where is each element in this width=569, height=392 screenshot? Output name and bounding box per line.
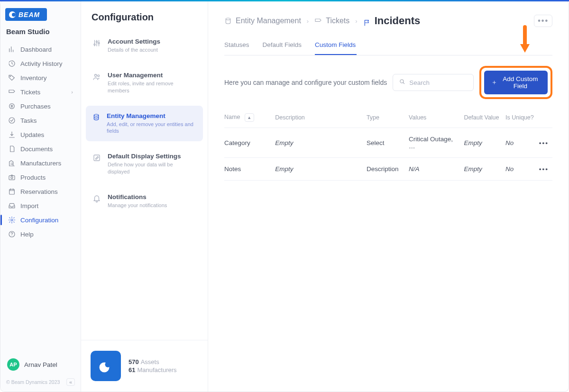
config-item-entity-management[interactable]: Entity Management Add, edit, or remove y… (86, 106, 203, 142)
sidebar-item-tasks[interactable]: Tasks (3, 113, 78, 128)
row-actions-button[interactable]: ••• (538, 158, 552, 181)
config-item-sub: Define how your data will be displayed (108, 161, 196, 175)
more-icon: ••• (539, 139, 549, 146)
col-description[interactable]: Description (275, 108, 367, 128)
custom-fields-table: Name ▲ Description Type Values Default V… (224, 108, 552, 181)
download-icon (8, 131, 16, 138)
money-icon (8, 102, 16, 110)
main-content: Entity Management › Tickets › Incidents … (208, 0, 569, 392)
current-user[interactable]: AP Arnav Patel (0, 354, 81, 375)
row-actions-button[interactable]: ••• (538, 128, 552, 158)
sidebar-item-help[interactable]: Help (3, 227, 78, 241)
breadcrumb-entity-management[interactable]: Entity Management (224, 17, 301, 25)
file-icon (8, 145, 16, 153)
svg-point-13 (94, 114, 98, 116)
sidebar-item-products[interactable]: Products (3, 170, 78, 184)
sidebar-item-manufacturers[interactable]: Manufacturers (3, 156, 78, 170)
col-unique[interactable]: Is Unique? (505, 108, 538, 128)
calendar-icon (8, 188, 16, 195)
config-item-account-settings[interactable]: Account Settings Details of the account (86, 31, 203, 60)
footer-row: © Beam Dynamics 2023 « (0, 375, 81, 389)
page-actions-button[interactable]: ••• (534, 15, 552, 27)
more-icon: ••• (538, 17, 549, 25)
svg-point-11 (94, 74, 96, 76)
collapse-sidebar-button[interactable]: « (66, 378, 75, 386)
table-row[interactable]: Notes Empty Description N/A Empty No ••• (224, 158, 552, 181)
chevron-right-icon: › (355, 18, 357, 25)
svg-point-8 (94, 44, 95, 46)
svg-marker-18 (520, 44, 530, 53)
custom-fields-toolbar: Here you can manage and configure your c… (224, 66, 552, 99)
sidebar-item-label: Tasks (20, 117, 37, 124)
check-circle-icon (8, 117, 16, 124)
col-name[interactable]: Name ▲ (224, 108, 275, 128)
col-type[interactable]: Type (367, 108, 409, 128)
breadcrumb: Entity Management › Tickets › Incidents … (224, 15, 552, 27)
add-button-label: Add Custom Field (501, 75, 540, 90)
sidebar-item-purchases[interactable]: Purchases (3, 99, 78, 113)
search-input[interactable] (409, 79, 468, 86)
chevron-right-icon: › (71, 89, 73, 95)
callout-arrow-icon (519, 25, 531, 54)
sliders-icon (92, 39, 101, 47)
svg-point-12 (98, 75, 100, 77)
user-name: Arnav Patel (24, 361, 57, 368)
cell-unique: No (505, 128, 538, 158)
tag-icon (8, 74, 16, 82)
users-icon (92, 73, 101, 81)
entity-tabs: Statuses Default Fields Custom Fields (224, 36, 552, 55)
sidebar-item-updates[interactable]: Updates (3, 128, 78, 142)
ticket-icon (8, 88, 16, 96)
workspace-stats: 570Assets 61Manufacturers (128, 357, 177, 374)
sidebar-item-label: Activity History (20, 60, 63, 67)
config-item-default-display[interactable]: Default Display Settings Define how your… (86, 146, 203, 182)
svg-point-9 (96, 41, 98, 43)
sidebar-item-dashboard[interactable]: Dashboard (3, 42, 78, 56)
svg-rect-5 (9, 189, 15, 194)
primary-nav: Dashboard Activity History Inventory Tic… (0, 42, 81, 213)
breadcrumb-tickets[interactable]: Tickets (314, 17, 349, 25)
config-item-notifications[interactable]: Notifications Manage your notifications (86, 187, 203, 216)
sidebar-item-reservations[interactable]: Reservations (3, 184, 78, 199)
breadcrumb-label: Entity Management (236, 17, 301, 25)
config-item-sub: Manage your notifications (108, 202, 167, 209)
sidebar-item-label: Reservations (20, 188, 58, 195)
sidebar-item-tickets[interactable]: Tickets › (3, 85, 78, 99)
org-name: Beam Studio (0, 26, 81, 42)
tab-custom-fields[interactable]: Custom Fields (315, 36, 357, 55)
sidebar-item-import[interactable]: Import (3, 199, 78, 213)
callout-highlight: Add Custom Field (479, 66, 552, 99)
ticket-icon (314, 17, 322, 25)
bell-icon (92, 194, 101, 203)
svg-point-2 (9, 118, 15, 123)
database-icon (224, 17, 232, 25)
tab-statuses[interactable]: Statuses (224, 36, 250, 55)
cell-description: Empty (275, 158, 367, 181)
sidebar-item-configuration[interactable]: Configuration (3, 213, 78, 227)
sidebar-item-label: Purchases (20, 103, 51, 110)
bar-chart-icon (8, 46, 16, 53)
sidebar-item-activity-history[interactable]: Activity History (3, 56, 78, 71)
config-item-title: Notifications (108, 193, 167, 201)
svg-point-6 (11, 219, 13, 221)
sidebar-item-inventory[interactable]: Inventory (3, 71, 78, 85)
building-icon (8, 159, 16, 167)
add-custom-field-button[interactable]: Add Custom Field (484, 71, 548, 94)
sort-asc-icon[interactable]: ▲ (245, 113, 254, 122)
config-item-user-management[interactable]: User Management Edit roles, invite and r… (86, 65, 203, 101)
sidebar-item-label: Tickets (20, 89, 40, 96)
table-row[interactable]: Category Empty Select Critical Outage, …… (224, 128, 552, 158)
help-icon (8, 230, 16, 238)
toolbar-intro: Here you can manage and configure your c… (224, 79, 387, 86)
breadcrumb-incidents: Incidents (363, 15, 421, 27)
search-input-wrapper[interactable] (393, 74, 474, 91)
tab-default-fields[interactable]: Default Fields (263, 36, 303, 55)
cell-type: Select (367, 128, 409, 158)
config-item-sub: Add, edit, or remove your entities and f… (107, 121, 196, 135)
primary-sidebar: BEAM Beam Studio Dashboard Activity Hist… (0, 0, 81, 392)
col-default[interactable]: Default Value (464, 108, 505, 128)
sidebar-item-label: Import (20, 202, 38, 210)
col-values[interactable]: Values (409, 108, 464, 128)
gear-icon (8, 216, 16, 224)
sidebar-item-documents[interactable]: Documents (3, 142, 78, 156)
